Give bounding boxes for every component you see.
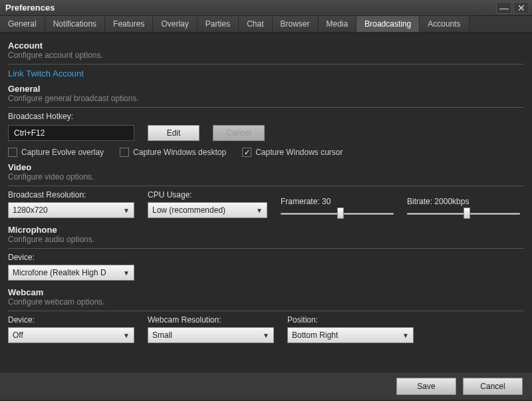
cpu-usage-select[interactable]: Low (recommended) ▼ [148,202,267,218]
general-section-title: General [8,84,524,94]
bitrate-label: Bitrate: 2000kbps [407,197,520,206]
webcam-resolution-label: Webcam Resolution: [148,315,274,325]
slider-thumb[interactable] [337,207,344,219]
webcam-resolution-select[interactable]: Small ▼ [148,327,274,343]
tab-features[interactable]: Features [105,16,153,32]
framerate-label-text: Framerate: [281,197,320,206]
chevron-down-icon: ▼ [123,332,130,339]
cpu-usage-label: CPU Usage: [148,190,267,200]
bitrate-value: 2000 [434,197,452,206]
bitrate-unit: kbps [452,197,469,206]
hotkey-label: Broadcast Hotkey: [8,112,524,121]
checkbox-icon [242,148,251,157]
tab-general[interactable]: General [0,16,45,32]
capture-overlay-checkbox[interactable]: Capture Evolve overlay [8,148,104,157]
footer: Save Cancel [0,372,532,400]
slider-thumb[interactable] [464,207,470,219]
minimize-button[interactable]: — [496,2,512,14]
select-value: Low (recommended) [152,205,225,215]
framerate-slider[interactable] [281,209,394,218]
select-value: 1280x720 [13,205,48,215]
account-section-subtitle: Configure account options. [8,51,524,60]
video-section-subtitle: Configure video options. [8,172,524,182]
mic-device-select[interactable]: Microfone (Realtek High D ▼ [8,265,134,281]
tab-notifications[interactable]: Notifications [45,16,105,32]
window-title: Preferences [5,3,55,13]
save-button[interactable]: Save [396,378,456,395]
hotkey-cancel-button[interactable]: Cancel [213,125,265,141]
tab-accounts[interactable]: Accounts [420,16,469,32]
divider [8,107,524,108]
content-pane: Account Configure account options. Link … [0,33,532,372]
framerate-label: Framerate: 30 [281,197,394,206]
chevron-down-icon: ▼ [263,332,269,339]
divider [8,64,524,65]
chevron-down-icon: ▼ [402,332,409,339]
broadcast-resolution-label: Broadcast Resolution: [8,190,134,200]
framerate-value: 30 [322,197,331,206]
webcam-position-select[interactable]: Bottom Right ▼ [287,327,414,343]
tab-parties[interactable]: Parties [198,16,239,32]
link-twitch-account[interactable]: Link Twitch Account [8,68,524,78]
select-value: Bottom Right [292,331,338,340]
titlebar: Preferences — ✕ [0,0,532,16]
select-value: Off [13,331,23,340]
tab-broadcasting[interactable]: Broadcasting [356,16,420,32]
window-controls: — ✕ [496,2,529,14]
webcam-device-label: Device: [8,315,134,325]
divider [8,186,524,186]
mic-device-label: Device: [8,253,524,262]
tab-browser[interactable]: Browser [273,16,319,32]
account-section-title: Account [8,41,524,51]
select-value: Microfone (Realtek High D [13,268,106,277]
checkbox-label: Capture Evolve overlay [21,148,104,157]
webcam-section-title: Webcam [8,287,524,297]
tab-bar: General Notifications Features Overlay P… [0,16,532,33]
capture-cursor-checkbox[interactable]: Capture Windows cursor [242,148,342,157]
tab-overlay[interactable]: Overlay [153,16,197,32]
divider [8,311,524,311]
divider [8,248,524,249]
bitrate-label-text: Bitrate: [407,197,432,206]
checkbox-label: Capture Windows cursor [255,148,342,157]
general-section-subtitle: Configure general broadcast options. [8,94,524,103]
chevron-down-icon: ▼ [256,207,263,214]
chevron-down-icon: ▼ [123,207,130,214]
broadcast-resolution-select[interactable]: 1280x720 ▼ [8,202,134,218]
select-value: Small [152,331,172,340]
microphone-section-subtitle: Configure audio options. [8,235,524,244]
checkbox-icon [120,148,129,157]
webcam-position-label: Position: [287,315,414,325]
checkbox-label: Capture Windows desktop [133,148,226,157]
video-section-title: Video [8,162,524,172]
bitrate-slider[interactable] [407,209,520,218]
edit-button[interactable]: Edit [148,125,200,141]
tab-chat[interactable]: Chat [239,16,272,32]
hotkey-input[interactable] [8,125,134,141]
tab-media[interactable]: Media [319,16,357,32]
checkbox-icon [8,148,17,157]
cancel-button[interactable]: Cancel [463,378,523,395]
close-button[interactable]: ✕ [513,2,529,14]
capture-desktop-checkbox[interactable]: Capture Windows desktop [120,148,226,157]
webcam-device-select[interactable]: Off ▼ [8,327,134,343]
chevron-down-icon: ▼ [123,269,130,277]
microphone-section-title: Microphone [8,225,524,235]
webcam-section-subtitle: Configure webcam options. [8,297,524,307]
